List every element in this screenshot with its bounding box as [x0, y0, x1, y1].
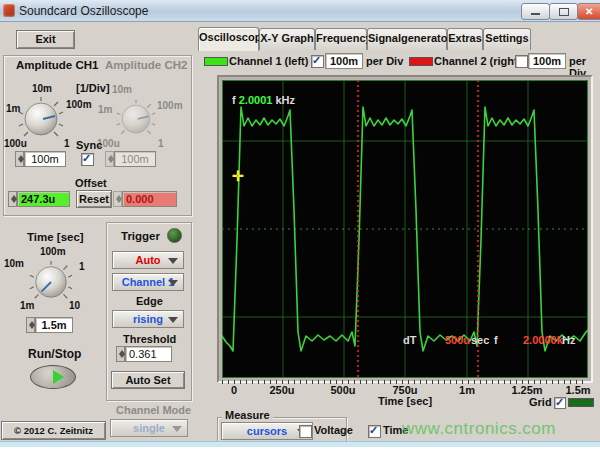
tab-oscilloscope[interactable]: Oscilloscope [198, 27, 259, 51]
channel2-color-swatch [409, 57, 433, 66]
grid-checkbox[interactable] [554, 397, 566, 409]
channel-mode-title: Channel Mode [116, 404, 191, 416]
offset-ch1-spinner-arrows[interactable] [8, 191, 17, 207]
amplitude-unit-label: [1/Div] [76, 82, 110, 94]
amp-ch2-scale-100m: 100m [157, 100, 183, 111]
tab-xy-graph[interactable]: X-Y Graph [259, 28, 315, 50]
run-play-icon [53, 370, 64, 384]
channel2-checkbox[interactable] [515, 55, 528, 68]
freq-unit: kHz [275, 94, 295, 106]
minimize-icon [531, 13, 540, 15]
grid-label: Grid [529, 396, 552, 408]
f-value: 2.0000k [523, 334, 563, 346]
time-title: Time [sec] [27, 231, 84, 243]
run-stop-button[interactable] [30, 365, 76, 389]
freq-prefix: f [232, 94, 236, 106]
sync-label: Sync [76, 139, 102, 151]
trigger-title: Trigger [121, 230, 160, 242]
maximize-icon [559, 8, 569, 16]
tab-settings[interactable]: Settings [483, 28, 531, 50]
dt-value: 500u [445, 334, 470, 346]
edge-title: Edge [136, 295, 163, 307]
scope-plot[interactable]: f 2.0001 kHz dT 500u sec f 2.0000k Hz [222, 80, 588, 378]
dt-label: dT [403, 334, 416, 346]
time-value-field[interactable]: 1.5m [35, 317, 73, 333]
channel-mode-dropdown: single [110, 419, 188, 437]
tab-signalgenerator[interactable]: Signalgenerator [367, 28, 447, 50]
channel2-label: Channel 2 (right) [434, 55, 521, 67]
trigger-source-dropdown[interactable]: Channel 1 [112, 273, 184, 291]
close-icon: ✕ [585, 6, 593, 17]
amplitude-ch2-knob [116, 99, 156, 139]
offset-ch1-value[interactable]: 247.3u [17, 191, 70, 207]
time-scale-1: 1 [79, 261, 85, 272]
time-checkbox[interactable] [368, 425, 381, 438]
amplitude-ch1-knob[interactable] [18, 96, 64, 142]
time-scale-10m: 10m [4, 258, 24, 269]
trigger-led [167, 228, 182, 243]
x-tick-250u: 250u [260, 384, 304, 396]
amp-ch1-scale-100m: 100m [66, 99, 92, 110]
threshold-spinner-arrows[interactable] [116, 346, 125, 362]
amp-ch1-spinner-arrows[interactable] [15, 151, 24, 167]
dt-unit: sec [471, 334, 489, 346]
voltage-checkbox[interactable] [299, 425, 312, 438]
auto-set-button[interactable]: Auto Set [111, 371, 185, 389]
title-bar: Soundcard Oszilloscope ✕ [0, 0, 600, 22]
offset-title: Offset [75, 177, 107, 189]
channel1-label: Channel 1 (left) [229, 55, 308, 67]
x-tick-1.5m: 1.5m [556, 384, 600, 396]
exit-button[interactable]: Exit [16, 30, 75, 49]
measure-value: cursors [247, 425, 287, 437]
amp-ch2-scale-10m: 10m [112, 84, 132, 95]
chevron-down-icon [168, 280, 178, 286]
time-spinner-arrows[interactable] [26, 317, 35, 333]
amp-ch1-value-field[interactable]: 100m [24, 151, 66, 167]
amplitude-ch2-title: Amplitude CH2 [105, 59, 187, 71]
channel1-div-field[interactable]: 100m [325, 53, 363, 69]
tab-frequency[interactable]: Frequency [315, 28, 367, 50]
tab-extras[interactable]: Extras [447, 28, 483, 50]
grid-color-swatch [568, 398, 594, 407]
app-window: Soundcard Oszilloscope ✕ Exit Oscillosco… [0, 0, 600, 450]
close-button[interactable]: ✕ [577, 3, 600, 20]
mouse-crosshair-icon: ✛ [232, 168, 244, 184]
x-axis-label: Time [sec] [355, 395, 455, 407]
threshold-value-field[interactable]: 0.361 [125, 346, 172, 362]
window-title: Soundcard Oszilloscope [19, 4, 148, 18]
x-tick-1.25m: 1.25m [505, 384, 549, 396]
freq-value: 2.0001 [239, 94, 273, 106]
maximize-button[interactable] [549, 3, 578, 20]
offset-ch2-spinner-arrows [113, 191, 122, 207]
x-tick-0: 0 [212, 384, 256, 396]
trigger-edge-dropdown[interactable]: rising [112, 310, 184, 328]
amp-ch2-value-field: 100m [114, 151, 156, 167]
amp-ch1-scale-10m: 10m [32, 83, 52, 94]
amp-ch2-scale-1m: 1m [98, 104, 112, 115]
trigger-mode-value: Auto [135, 254, 160, 266]
trigger-edge-value: rising [133, 313, 163, 325]
amp-ch1-scale-1m: 1m [6, 103, 20, 114]
amp-ch2-spinner-arrows [105, 151, 114, 167]
copyright-button: © 2012 C. Zeitnitz V1.41 [1, 421, 106, 440]
channel2-div-field[interactable]: 100m [528, 53, 566, 69]
amp-ch2-scale-1: 1 [158, 138, 164, 149]
time-scale-100m: 100m [40, 246, 66, 257]
app-icon [3, 4, 15, 17]
sync-checkbox[interactable] [81, 153, 94, 166]
watermark: www.cntronics.com [402, 419, 556, 439]
chevron-down-icon [172, 426, 182, 432]
threshold-title: Threshold [123, 333, 176, 345]
channel1-checkbox[interactable] [311, 55, 324, 68]
measure-title: Measure [222, 409, 273, 421]
voltage-label: Voltage [314, 424, 353, 436]
amplitude-ch1-title: Amplitude CH1 [16, 59, 98, 71]
minimize-button[interactable] [521, 3, 550, 20]
chevron-down-icon [168, 317, 178, 323]
offset-reset-button[interactable]: Reset [76, 190, 112, 208]
trigger-mode-dropdown[interactable]: Auto [112, 251, 184, 269]
channel1-per-div-label: per Div [366, 55, 403, 67]
time-knob[interactable] [29, 260, 73, 304]
offset-ch2-value: 0.000 [122, 191, 177, 207]
f-label: f [494, 334, 498, 346]
